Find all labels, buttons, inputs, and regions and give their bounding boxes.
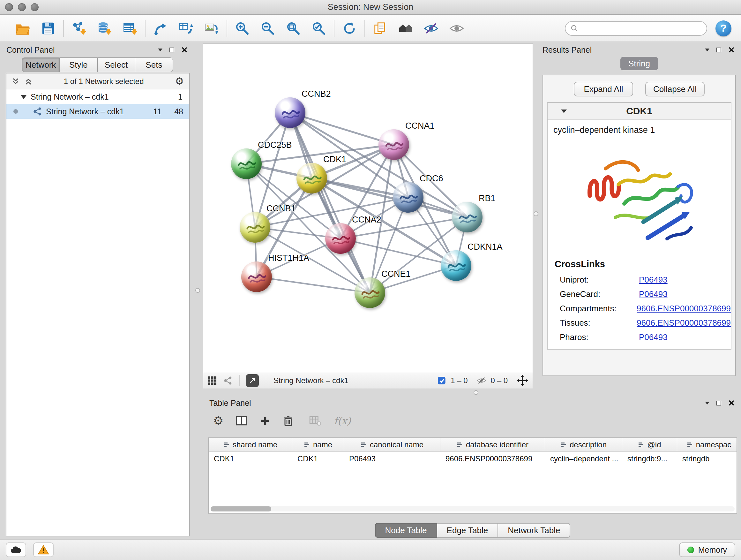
hidden-eye-slash-icon[interactable] <box>477 376 486 385</box>
share-view-icon[interactable] <box>223 376 232 385</box>
search-input[interactable] <box>582 23 701 33</box>
tab-string[interactable]: String <box>620 57 658 70</box>
tab-sets[interactable]: Sets <box>135 57 173 72</box>
cloud-button[interactable] <box>6 543 26 557</box>
float-panel-icon[interactable] <box>158 49 162 51</box>
warnings-button[interactable] <box>33 543 54 557</box>
protein-thumb-icon <box>393 182 423 212</box>
import-network-database-button[interactable] <box>96 19 113 37</box>
gear-icon[interactable]: ⚙ <box>175 76 184 86</box>
table-row[interactable]: CDK1CDK1P064939606.ENSP00000378699cyclin… <box>209 452 737 465</box>
tab-node-table[interactable]: Node Table <box>375 523 437 538</box>
apply-layout-button[interactable] <box>341 19 358 37</box>
network-node-ccna1[interactable] <box>379 129 409 160</box>
column-header-description[interactable]: description <box>545 438 622 451</box>
import-table-button[interactable] <box>121 19 138 37</box>
birdseye-grid-icon[interactable] <box>208 376 217 385</box>
network-canvas[interactable]: CCNB2CCNA1CDC25BCDK1CDC6RB1CCNB1CCNA2CDK… <box>203 44 533 372</box>
window-minimize-button[interactable] <box>18 3 26 11</box>
scrollbar-thumb[interactable] <box>211 506 271 511</box>
expand-all-icon[interactable] <box>24 77 32 85</box>
save-session-button[interactable] <box>40 19 57 37</box>
network-collection-row[interactable]: String Network – cdk1 1 <box>6 89 189 104</box>
float-panel-icon[interactable] <box>705 49 710 51</box>
splitter-handle[interactable] <box>474 390 478 395</box>
tab-style[interactable]: Style <box>60 57 97 72</box>
network-node-cdc25b[interactable] <box>231 148 262 179</box>
window-zoom-button[interactable] <box>30 3 39 11</box>
network-node-cdkn1a[interactable] <box>441 250 471 281</box>
toolbar-search[interactable] <box>565 21 707 36</box>
network-node-hist1h1a[interactable] <box>241 261 272 292</box>
show-all-button[interactable] <box>448 19 465 37</box>
zoom-out-button[interactable] <box>259 19 276 37</box>
window-close-button[interactable] <box>5 3 13 11</box>
column-header-name[interactable]: name <box>292 438 344 451</box>
network-node-ccne1[interactable] <box>354 277 385 308</box>
window-controls[interactable] <box>5 3 39 11</box>
table-hscrollbar[interactable] <box>211 506 735 511</box>
network-node-ccnb2[interactable] <box>275 98 306 128</box>
collection-expander-icon[interactable] <box>20 95 27 99</box>
column-header-database-identifier[interactable]: database identifier <box>441 438 545 451</box>
collapse-all-button[interactable]: Collapse All <box>645 82 704 97</box>
close-panel-icon[interactable] <box>181 47 188 53</box>
export-image-button[interactable] <box>203 19 220 37</box>
table-gear-icon[interactable]: ⚙ <box>213 415 223 427</box>
splitter-handle[interactable] <box>195 288 200 293</box>
hide-selected-button[interactable] <box>422 19 440 37</box>
network-node-ccna2[interactable] <box>325 223 356 254</box>
tab-select[interactable]: Select <box>98 57 135 72</box>
import-network-file-button[interactable] <box>70 19 87 37</box>
maximize-panel-icon[interactable] <box>717 401 721 406</box>
maximize-panel-icon[interactable] <box>170 48 174 52</box>
column-header-canonical-name[interactable]: canonical name <box>344 438 441 451</box>
gene-entry-header[interactable]: CDK1 <box>548 103 731 120</box>
pan-crosshair-icon[interactable] <box>517 375 528 386</box>
network-node-cdc6[interactable] <box>393 182 423 212</box>
crosslink-link[interactable]: P06493 <box>639 275 668 285</box>
tab-edge-table[interactable]: Edge Table <box>437 523 498 538</box>
network-node-rb1[interactable] <box>452 202 482 233</box>
float-panel-icon[interactable] <box>705 401 710 405</box>
tab-network[interactable]: Network <box>22 57 60 72</box>
delete-table-icon[interactable] <box>309 415 322 426</box>
crosslink-link[interactable]: 9606.ENSP00000378699 <box>636 304 731 314</box>
column-header-shared-name[interactable]: shared name <box>209 438 292 451</box>
memory-button[interactable]: Memory <box>679 543 735 557</box>
entry-expander-icon[interactable] <box>561 110 567 113</box>
crosslink-link[interactable]: P06493 <box>639 332 668 342</box>
delete-column-icon[interactable] <box>283 415 293 427</box>
close-panel-icon[interactable] <box>728 47 735 53</box>
tab-network-table[interactable]: Network Table <box>498 523 570 538</box>
open-session-button[interactable] <box>14 19 31 37</box>
columns-icon[interactable] <box>235 415 248 426</box>
new-network-button[interactable] <box>152 19 169 37</box>
selected-checkbox-icon[interactable] <box>437 376 446 385</box>
network-row[interactable]: String Network – cdk1 11 48 <box>6 104 189 119</box>
add-column-icon[interactable] <box>260 415 271 426</box>
help-button[interactable]: ? <box>716 20 731 37</box>
maximize-panel-icon[interactable] <box>717 48 721 52</box>
collapse-all-icon[interactable] <box>11 77 20 85</box>
network-node-cdk1[interactable] <box>296 163 327 193</box>
expand-all-button[interactable]: Expand All <box>574 82 633 97</box>
home-button[interactable] <box>397 19 414 37</box>
zoom-selected-button[interactable] <box>310 19 327 37</box>
close-panel-icon[interactable] <box>728 400 735 406</box>
network-node-ccnb1[interactable] <box>240 212 270 243</box>
zoom-in-button[interactable] <box>233 19 251 37</box>
column-header-namespac[interactable]: namespac <box>677 438 737 451</box>
crosslink-link[interactable]: P06493 <box>639 289 668 299</box>
function-builder-icon[interactable]: f(x) <box>334 415 351 427</box>
detach-view-button[interactable] <box>246 374 259 387</box>
copy-document-button[interactable] <box>372 19 389 37</box>
crosslink-link[interactable]: 9606.ENSP00000378699 <box>636 318 731 328</box>
zoom-fit-button[interactable] <box>285 19 302 37</box>
network-edge[interactable] <box>257 277 370 293</box>
splitter-handle[interactable] <box>534 211 538 216</box>
column-header--id[interactable]: @id <box>622 438 677 451</box>
network-edge[interactable] <box>290 113 370 293</box>
network-edge[interactable] <box>340 239 456 266</box>
clone-network-button[interactable] <box>178 19 195 37</box>
